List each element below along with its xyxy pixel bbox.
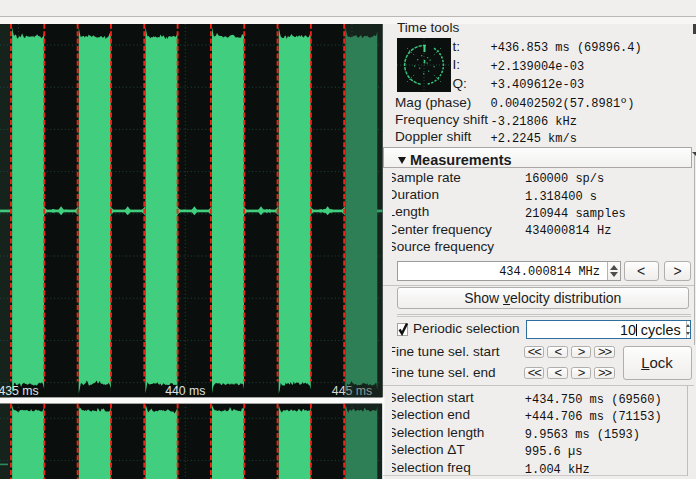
svg-text:445 ms: 445 ms xyxy=(332,384,372,398)
svg-text:440 ms: 440 ms xyxy=(165,384,205,398)
svg-text:435 ms: 435 ms xyxy=(0,384,39,398)
